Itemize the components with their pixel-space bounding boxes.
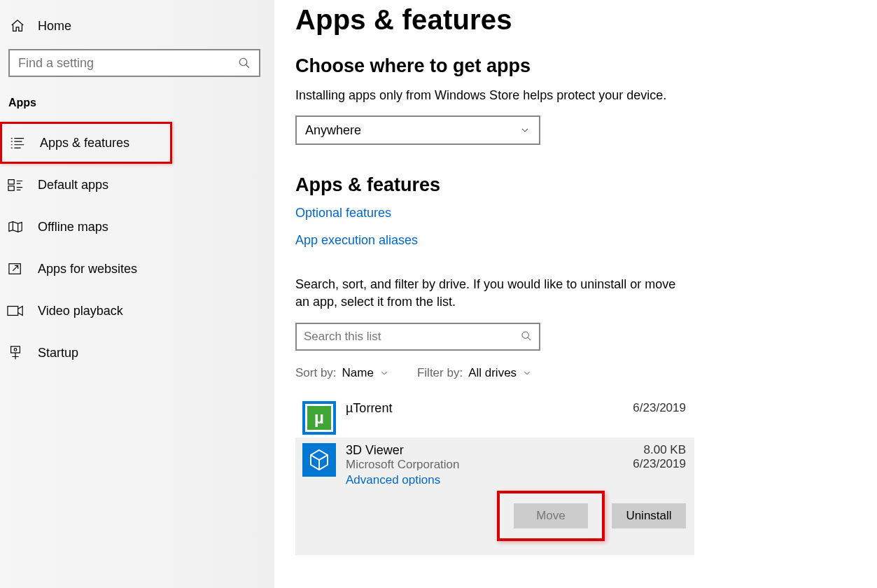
app-list-search-input[interactable] [304, 330, 511, 344]
app-date: 6/23/2019 [633, 401, 686, 415]
sidebar-section-label: Apps [0, 91, 274, 122]
app-icon-utorrent: µ [302, 401, 336, 435]
uninstall-button[interactable]: Uninstall [612, 503, 686, 528]
defaults-icon [7, 178, 24, 192]
nav-apps-features[interactable]: Apps & features [0, 122, 172, 164]
chevron-down-icon [519, 125, 531, 136]
nav-home[interactable]: Home [0, 13, 274, 42]
svg-text:µ: µ [314, 408, 324, 427]
app-name: 3D Viewer [346, 443, 460, 458]
sidebar: Home Apps Apps & features Default apps O… [0, 0, 274, 588]
nav-item-label: Default apps [38, 178, 108, 192]
filter-desc: Search, sort, and filter by drive. If yo… [295, 276, 687, 311]
sort-by[interactable]: Sort by: Name [295, 366, 389, 380]
move-button[interactable]: Move [514, 503, 588, 528]
video-icon [7, 304, 24, 317]
nav-item-label: Offline maps [38, 220, 108, 234]
sort-label: Sort by: [295, 366, 337, 380]
svg-point-7 [522, 332, 528, 338]
filter-value: All drives [468, 366, 517, 380]
nav-default-apps[interactable]: Default apps [0, 164, 274, 206]
svg-rect-4 [8, 307, 18, 316]
list-icon [9, 136, 26, 150]
app-list-search[interactable] [295, 323, 540, 351]
svg-rect-1 [8, 180, 14, 184]
page-title: Apps & features [295, 4, 864, 36]
choose-apps-heading: Choose where to get apps [295, 55, 864, 77]
home-icon [10, 18, 25, 34]
nav-apps-websites[interactable]: Apps for websites [0, 248, 274, 290]
chevron-down-icon [522, 368, 532, 378]
chevron-down-icon [379, 368, 389, 378]
link-app-aliases[interactable]: App execution aliases [295, 233, 418, 248]
choose-apps-desc: Installing apps only from Windows Store … [295, 87, 687, 104]
filter-by[interactable]: Filter by: All drives [417, 366, 532, 380]
svg-point-0 [239, 58, 247, 66]
app-action-buttons: Move Uninstall [497, 491, 686, 541]
startup-icon [7, 345, 24, 360]
app-date: 6/23/2019 [633, 457, 686, 471]
nav-item-label: Apps for websites [38, 262, 137, 276]
svg-rect-2 [8, 186, 14, 190]
nav-item-label: Video playback [38, 304, 123, 318]
main-content: Apps & features Choose where to get apps… [274, 0, 877, 588]
sort-filter-row: Sort by: Name Filter by: All drives [295, 366, 864, 380]
app-publisher: Microsoft Corporation [346, 458, 460, 472]
svg-rect-5 [11, 346, 20, 353]
nav-item-label: Apps & features [40, 136, 129, 150]
nav-offline-maps[interactable]: Offline maps [0, 206, 274, 248]
app-name: µTorrent [346, 401, 392, 416]
filter-label: Filter by: [417, 366, 463, 380]
search-icon [521, 330, 532, 342]
map-icon [7, 220, 24, 234]
app-row-3dviewer[interactable]: 3D Viewer Microsoft Corporation Advanced… [295, 438, 694, 555]
nav-startup[interactable]: Startup [0, 332, 274, 374]
apps-features-heading: Apps & features [295, 174, 864, 196]
sidebar-search[interactable] [8, 49, 260, 77]
open-external-icon [7, 262, 24, 276]
sidebar-search-input[interactable] [18, 56, 231, 71]
svg-point-6 [14, 349, 17, 351]
link-advanced-options[interactable]: Advanced options [346, 473, 460, 487]
sidebar-search-wrap [0, 42, 274, 91]
app-source-value: Anywhere [305, 123, 361, 138]
app-row-utorrent[interactable]: µ µTorrent 6/23/2019 [295, 396, 694, 438]
move-button-highlight: Move [497, 491, 605, 541]
app-icon-3dviewer [302, 443, 336, 477]
app-source-select[interactable]: Anywhere [295, 115, 540, 145]
nav-home-label: Home [38, 19, 71, 34]
sort-value: Name [342, 366, 374, 380]
nav-video-playback[interactable]: Video playback [0, 290, 274, 332]
link-optional-features[interactable]: Optional features [295, 206, 391, 220]
search-icon [238, 57, 251, 69]
app-size: 8.00 KB [633, 443, 686, 457]
nav-item-label: Startup [38, 346, 78, 360]
